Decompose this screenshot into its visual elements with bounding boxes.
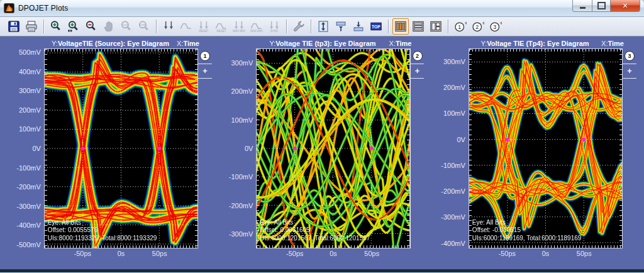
x-axis-source-label: Time xyxy=(396,40,411,47)
zoom-horizontal-icon xyxy=(67,20,80,33)
y-tick-label: 200mV xyxy=(443,84,465,91)
svg-text:+: + xyxy=(482,20,485,26)
toolbar-separator xyxy=(156,20,157,33)
plot2-add-button[interactable]: 2+ xyxy=(470,18,486,35)
toolbar-separator xyxy=(388,20,389,33)
x-tick-label: -50ps xyxy=(74,250,91,257)
x-axis-prefix: X: xyxy=(389,40,396,47)
configure-wrench-icon xyxy=(292,20,305,33)
x-tick-label: 0s xyxy=(118,250,125,257)
eye-diagram-canvas-3[interactable]: Eye: All BitsOffset: -0.010815UIs:6000:1… xyxy=(469,48,622,248)
add-measurement-button[interactable]: + xyxy=(411,65,425,77)
cursors-reset-button[interactable]: RESET xyxy=(196,18,212,35)
svg-text:2: 2 xyxy=(475,24,479,30)
svg-text:+: + xyxy=(465,20,467,26)
plot1-add-icon: 1+ xyxy=(454,20,467,33)
y-tick-label: -200mV xyxy=(441,187,465,195)
x-tick-label: 50ps xyxy=(577,250,592,257)
cursors-maxmin-button[interactable]: MAX MIN xyxy=(231,18,247,35)
top-button[interactable]: TOP xyxy=(368,18,384,35)
y-tick-label: 100mV xyxy=(443,109,465,117)
close-button[interactable]: ✕ xyxy=(611,0,640,12)
cursors-button[interactable] xyxy=(160,18,177,35)
zoom-out-button[interactable] xyxy=(83,18,99,35)
configure-wrench-button[interactable] xyxy=(291,18,307,35)
waveform-maxmin-icon: MAX MIN xyxy=(250,20,263,33)
toolbar-separator xyxy=(43,20,44,33)
eye-type-text: Eye: All Bits xyxy=(260,219,370,227)
eye-diagram-canvas-1[interactable]: Eye: All BitsOffset: 0.0055576UIs:8000:1… xyxy=(44,48,197,248)
svg-text:RESET: RESET xyxy=(216,30,226,33)
svg-text:100%: 100% xyxy=(122,23,129,26)
layout-columns-button[interactable] xyxy=(392,18,409,35)
svg-text:TOP: TOP xyxy=(372,25,380,29)
dock-bottom-button[interactable] xyxy=(350,18,367,35)
waveform-maxmin-button[interactable]: MAX MIN xyxy=(248,18,265,35)
toolbar-group-6: 1+2+3+ xyxy=(452,18,504,35)
plot3-add-button[interactable]: 3+ xyxy=(487,18,504,35)
toolbar-group-4: TOP xyxy=(314,18,385,35)
plot-number-badge: 2 xyxy=(413,51,423,61)
y-tick-label: 0V xyxy=(32,145,40,152)
save-icon xyxy=(8,20,20,33)
window-controls: ✕ xyxy=(572,0,640,12)
svg-text:SYNC: SYNC xyxy=(139,23,147,26)
x-tick-label: 50ps xyxy=(364,250,379,257)
cursors-maxmin-icon: MAX MIN xyxy=(233,20,245,33)
y-tick-label: 300mV xyxy=(443,58,465,65)
zoom-out-icon xyxy=(85,20,97,33)
plot1-add-button[interactable]: 1+ xyxy=(452,18,469,35)
y-tick-label: 300mV xyxy=(231,59,253,67)
plot3-add-icon: 3+ xyxy=(489,20,502,33)
plot-stats-overlay: Eye: All BitsOffset: -0.010815UIs:6000:1… xyxy=(472,219,581,243)
y-tick-label: -200mV xyxy=(16,183,41,191)
cursors-reset-icon: RESET xyxy=(197,20,210,33)
uis-total-text: UIs:8000:1193329, Total:8000:1193329 xyxy=(48,235,157,243)
plot2-add-icon: 2+ xyxy=(472,20,484,33)
svg-text:MAX MIN: MAX MIN xyxy=(233,30,245,33)
layout-grid-button[interactable] xyxy=(428,18,444,35)
zoom-in-button[interactable] xyxy=(48,18,64,35)
save-button[interactable] xyxy=(6,18,22,35)
zoom-horizontal-button[interactable] xyxy=(65,18,82,35)
toolbar-separator xyxy=(311,20,311,33)
y-tick-label: 0V xyxy=(457,136,465,143)
eye-type-text: Eye: All Bits xyxy=(48,219,157,227)
zoom-sync-icon: SYNC xyxy=(138,20,150,33)
layout-grid-icon xyxy=(430,20,442,33)
add-measurement-button[interactable]: + xyxy=(623,65,636,77)
zoom-100-icon: 100% xyxy=(120,20,133,33)
plot-panel-2: Y:Voltage TIE (tp3): Eye DiagramX:Time30… xyxy=(230,39,425,269)
plot-panel-3: Y:Voltage TIE (Tp4): Eye DiagramX:Time30… xyxy=(442,39,636,269)
top-icon: TOP xyxy=(370,20,382,33)
waveform-reset-button[interactable]: RESET xyxy=(213,18,230,35)
zoom-100-button[interactable]: 100% xyxy=(118,18,135,35)
toolbar-group-1: 100%SYNC xyxy=(47,18,153,35)
add-measurement-button[interactable]: + xyxy=(198,65,212,77)
maximize-button[interactable] xyxy=(592,0,611,12)
pan-button[interactable] xyxy=(101,18,117,35)
dock-top-button[interactable] xyxy=(333,18,349,35)
cursors-sync-button[interactable]: SYNC xyxy=(266,18,282,35)
svg-text:MAX MIN: MAX MIN xyxy=(250,30,262,33)
y-tick-label: 200mV xyxy=(19,106,41,114)
x-axis-prefix: X: xyxy=(601,40,608,47)
minimize-button[interactable] xyxy=(572,0,592,12)
toolbar-separator xyxy=(448,20,448,33)
plot-side-controls: 2+ xyxy=(410,48,425,248)
x-axis-labels: -50ps0s50ps xyxy=(44,248,198,259)
print-button[interactable] xyxy=(23,18,40,35)
x-axis-source-label: Time xyxy=(184,40,199,47)
fit-vertical-button[interactable] xyxy=(315,18,331,35)
toolbar-group-3 xyxy=(290,18,308,35)
layout-rows-button[interactable] xyxy=(410,18,426,35)
y-tick-label: -100mV xyxy=(16,164,41,172)
window-title: DPOJET Plots xyxy=(18,4,69,13)
title-bar[interactable]: DPOJET Plots ✕ xyxy=(0,0,644,17)
zoom-sync-button[interactable]: SYNC xyxy=(136,18,152,35)
x-axis-prefix: X: xyxy=(177,40,183,47)
x-axis-labels: -50ps0s50ps xyxy=(257,248,411,259)
y-axis-prefix: Y: xyxy=(269,40,275,47)
waveform-limits-button[interactable] xyxy=(178,18,194,35)
eye-diagram-canvas-2[interactable]: Eye: All BitsOffset: 0.0031605UIs:6000:1… xyxy=(256,48,409,248)
